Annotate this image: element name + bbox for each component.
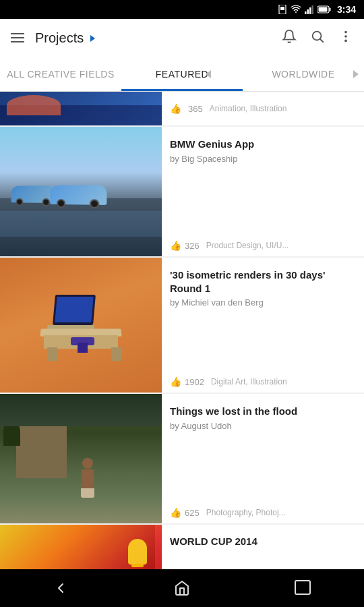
- list-item[interactable]: 👍 365 Animation, Illustration: [0, 92, 364, 125]
- title-arrow-icon: [90, 35, 95, 42]
- card-tags: Digital Art, Illustration: [211, 377, 287, 386]
- card-title: '30 isometric renders in 30 days' Round …: [170, 268, 356, 295]
- nav-home-button[interactable]: [162, 575, 202, 602]
- card-info: '30 isometric renders in 30 days' Round …: [162, 258, 364, 393]
- card-author: by Michiel van den Berg: [170, 297, 356, 308]
- card-title: BMW Genius App: [170, 138, 356, 151]
- tab-bar: All Creative Fields Featured Worldwide: [0, 57, 364, 92]
- signal-icon: [305, 5, 314, 14]
- tab-all-creative-fields[interactable]: All Creative Fields: [0, 57, 121, 91]
- card-author: by Big Spaceship: [170, 154, 356, 164]
- card-tags: Animation, Illustration: [210, 104, 287, 113]
- search-icon[interactable]: [310, 29, 325, 47]
- sim-icon: [278, 5, 287, 14]
- card-info: WORLD CUP 2014: [162, 525, 364, 569]
- app-bar: Projects: [0, 19, 364, 57]
- like-count: 👍 1902: [170, 376, 204, 387]
- recent-apps-icon: [297, 582, 310, 594]
- app-title: Projects: [35, 30, 282, 46]
- svg-point-11: [344, 30, 347, 33]
- battery-icon: [317, 5, 331, 13]
- card-tags: Photography, Photoj...: [206, 508, 286, 517]
- like-count: 👍 326: [170, 240, 200, 251]
- svg-point-12: [344, 35, 347, 38]
- card-title: WORLD CUP 2014: [170, 536, 356, 547]
- list-item[interactable]: '30 isometric renders in 30 days' Round …: [0, 258, 364, 393]
- status-icons: 3:34: [278, 4, 356, 15]
- card-author: by August Udoh: [170, 421, 356, 431]
- like-icon: 👍: [170, 507, 181, 518]
- notification-icon[interactable]: [282, 29, 297, 47]
- card-meta: 👍 1902 Digital Art, Illustration: [170, 376, 356, 387]
- card-image: [0, 92, 162, 125]
- svg-rect-3: [307, 9, 309, 14]
- like-icon: 👍: [170, 240, 181, 251]
- svg-rect-1: [280, 7, 284, 10]
- like-icon: 👍: [170, 103, 181, 114]
- content-area: 👍 365 Animation, Illustration: [0, 92, 364, 569]
- status-time: 3:34: [337, 4, 356, 15]
- card-image-bmw: [0, 127, 162, 256]
- svg-point-9: [313, 31, 322, 40]
- like-count: 365: [188, 104, 203, 114]
- card-meta-partial: 👍 365 Animation, Illustration: [162, 103, 364, 114]
- status-bar: 3:34: [0, 0, 364, 19]
- tab-worldwide[interactable]: Worldwide: [243, 57, 364, 91]
- wifi-icon: [291, 5, 301, 14]
- card-image-worldcup: [0, 525, 162, 569]
- card-meta: 👍 625 Photography, Photoj...: [170, 507, 356, 518]
- like-icon: 👍: [170, 376, 181, 387]
- card-info: BMW Genius App by Big Spaceship 👍 326 Pr…: [162, 127, 364, 256]
- svg-rect-5: [311, 5, 313, 14]
- svg-rect-7: [318, 7, 327, 12]
- list-item[interactable]: BMW Genius App by Big Spaceship 👍 326 Pr…: [0, 127, 364, 256]
- like-count: 👍 625: [170, 507, 200, 518]
- svg-point-13: [344, 39, 347, 42]
- more-options-icon[interactable]: [338, 29, 353, 47]
- nav-recent-button[interactable]: [283, 575, 324, 602]
- svg-rect-8: [329, 8, 330, 11]
- card-tags: Product Design, UI/U...: [206, 241, 289, 250]
- card-meta: 👍 326 Product Design, UI/U...: [170, 240, 356, 251]
- card-info: Things we lost in the flood by August Ud…: [162, 394, 364, 523]
- nav-back-button[interactable]: [40, 575, 81, 602]
- nav-bar: [0, 569, 364, 607]
- list-item[interactable]: Things we lost in the flood by August Ud…: [0, 394, 364, 523]
- card-image-isometric: [0, 258, 162, 393]
- svg-rect-4: [309, 7, 311, 14]
- card-title: Things we lost in the flood: [170, 405, 356, 418]
- card-image-flood: [0, 394, 162, 523]
- app-bar-actions: [282, 29, 353, 47]
- svg-rect-2: [305, 11, 307, 14]
- tab-featured[interactable]: Featured: [121, 57, 243, 91]
- hamburger-menu-icon[interactable]: [11, 33, 24, 42]
- list-item[interactable]: WORLD CUP 2014: [0, 525, 364, 569]
- svg-line-10: [320, 39, 323, 42]
